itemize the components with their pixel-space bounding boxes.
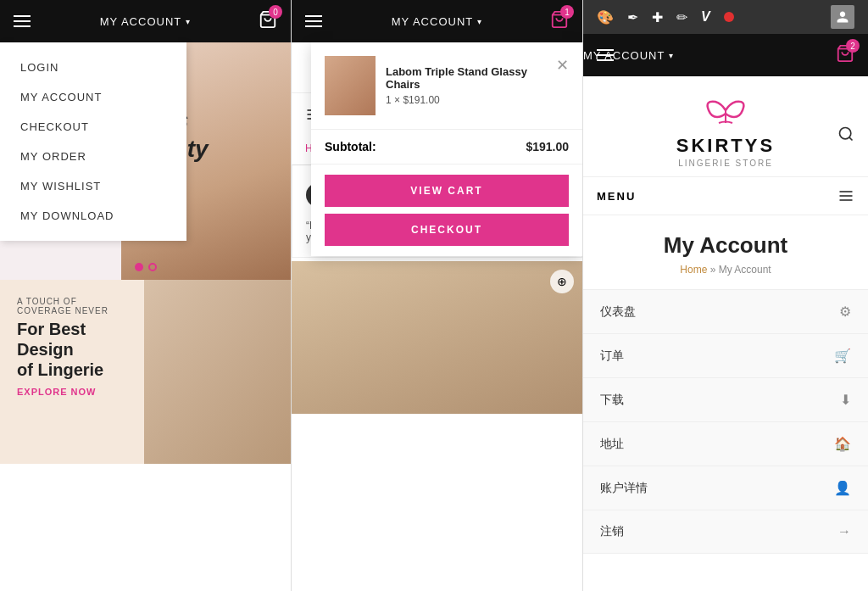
panel-left: MY ACCOUNT ▾ 0 LOGIN MY ACCOUNT CHECKOUT…	[0, 0, 292, 591]
cart-item-row: Labom Triple Stand Glassy Chairs 1 × $19…	[311, 42, 582, 130]
left-bottom-section: A TOUCH OF COVERAGE NEVER For Best Desig…	[0, 280, 291, 464]
dashboard-icon: ⚙	[839, 304, 851, 320]
svg-point-7	[840, 128, 851, 139]
cart-close-button[interactable]: ✕	[556, 56, 569, 75]
account-item-label-1: 订单	[600, 348, 624, 364]
mid-account-label[interactable]: MY ACCOUNT ▾	[392, 15, 482, 28]
dropdown-checkout[interactable]: CHECKOUT	[0, 112, 186, 142]
bra-logo-icon	[700, 93, 751, 135]
account-menu-item-logout[interactable]: 注销 →	[583, 510, 868, 554]
subtotal-label: Subtotal:	[325, 140, 376, 153]
carousel-dot-1[interactable]	[135, 263, 143, 271]
coverage-label: A TOUCH OF COVERAGE NEVER	[17, 297, 127, 315]
right-breadcrumb-home[interactable]: Home	[680, 264, 707, 276]
palette-icon[interactable]: 🎨	[597, 9, 614, 25]
panel-right: 🎨 ✒ ✚ ✏ V MY ACCOUNT ▾ 2	[583, 0, 868, 591]
right-cart-icon[interactable]: 2	[836, 44, 854, 66]
mid-model-image	[292, 261, 582, 414]
account-menu: 仪表盘 ⚙ 订单 🛒 下载 ⬇ 地址 🏠 账户详情 👤 注销 →	[583, 289, 868, 554]
dropdown-my-order[interactable]: MY ORDER	[0, 142, 186, 171]
account-item-label-3: 地址	[600, 437, 624, 452]
cart-item-details: Labom Triple Stand Glassy Chairs 1 × $19…	[386, 65, 546, 106]
editor-toolbar: 🎨 ✒ ✚ ✏ V	[583, 0, 868, 34]
cart-actions: VIEW CART CHECKOUT	[311, 164, 582, 256]
account-menu-item-details[interactable]: 账户详情 👤	[583, 466, 868, 510]
cart-subtotal: Subtotal: $191.00	[311, 130, 582, 164]
right-header: MY ACCOUNT ▾ 2	[583, 34, 868, 76]
right-search-icon-wrap[interactable]	[837, 125, 854, 146]
dropdown-my-account[interactable]: MY ACCOUNT	[0, 82, 186, 112]
letter-v-icon[interactable]: V	[701, 9, 710, 25]
right-menu-icon[interactable]	[837, 187, 854, 204]
dropdown-my-download[interactable]: MY DOWNLOAD	[0, 201, 186, 231]
right-breadcrumb: Home » My Account	[583, 264, 868, 276]
left-dropdown-menu: LOGIN MY ACCOUNT CHECKOUT MY ORDER MY WI…	[0, 42, 186, 241]
left-header: MY ACCOUNT ▾ 0	[0, 0, 291, 42]
account-menu-item-address[interactable]: 地址 🏠	[583, 422, 868, 466]
cart-item-name: Labom Triple Stand Glassy Chairs	[386, 65, 546, 91]
checkout-button[interactable]: CHECKOUT	[325, 214, 569, 246]
person-icon[interactable]	[831, 5, 854, 29]
right-menu-label: MENU	[597, 190, 636, 203]
mid-cart-icon[interactable]: 1	[550, 10, 569, 32]
account-item-label-0: 仪表盘	[600, 304, 636, 320]
address-icon: 🏠	[834, 436, 851, 452]
mid-cart-dropdown: Labom Triple Stand Glassy Chairs 1 × $19…	[311, 42, 582, 256]
account-menu-item-downloads[interactable]: 下载 ⬇	[583, 378, 868, 422]
view-cart-button[interactable]: VIEW CART	[325, 175, 569, 207]
dropdown-my-wishlist[interactable]: MY WISHLIST	[0, 171, 186, 201]
dropdown-login[interactable]: LOGIN	[0, 53, 186, 82]
orders-icon: 🛒	[834, 348, 851, 364]
right-cart-count: 2	[846, 39, 860, 53]
account-item-label-2: 下载	[600, 393, 624, 408]
right-hamburger-menu[interactable]	[597, 49, 614, 61]
account-menu-item-orders[interactable]: 订单 🛒	[583, 334, 868, 378]
right-menu-bar: MENU	[583, 177, 868, 215]
design-title: For Best Design of Lingerie	[17, 319, 127, 380]
plus-icon[interactable]: ✚	[652, 9, 663, 25]
bottom-right-card	[144, 280, 291, 464]
account-menu-item-dashboard[interactable]: 仪表盘 ⚙	[583, 290, 868, 334]
account-item-label-5: 注销	[600, 524, 624, 539]
mid-header: MY ACCOUNT ▾ 1	[292, 0, 582, 42]
cart-item-qty-price: 1 × $191.00	[386, 94, 546, 106]
my-account-page-title: My Account	[583, 215, 868, 264]
subtotal-value: $191.00	[526, 140, 569, 153]
mid-hamburger-menu[interactable]	[305, 15, 322, 27]
logo-subtitle: LINGERIE STORE	[678, 159, 773, 168]
left-hamburger-menu[interactable]	[14, 15, 31, 27]
bottom-left-card: A TOUCH OF COVERAGE NEVER For Best Desig…	[0, 280, 144, 464]
cart-item-thumbnail	[325, 56, 376, 115]
account-item-label-4: 账户详情	[600, 481, 648, 496]
left-cart-icon[interactable]: 0	[259, 10, 277, 32]
downloads-icon: ⬇	[840, 392, 851, 408]
red-dot-icon[interactable]	[724, 12, 734, 22]
details-icon: 👤	[834, 480, 851, 496]
zoom-icon[interactable]: ⊕	[550, 270, 574, 293]
right-logo-section: SKIRTYS LINGERIE STORE	[583, 76, 868, 177]
logout-icon: →	[837, 524, 851, 539]
explore-now-link[interactable]: EXPLORE NOW	[17, 387, 127, 397]
left-cart-count: 0	[269, 5, 282, 19]
mid-bottom-image: ⊕	[292, 261, 582, 414]
mid-cart-count: 1	[560, 5, 574, 19]
left-account-label[interactable]: MY ACCOUNT ▾	[100, 15, 191, 28]
right-breadcrumb-current: My Account	[719, 264, 771, 276]
logo-name: SKIRTYS	[676, 135, 775, 157]
pen-icon[interactable]: ✒	[627, 9, 638, 25]
carousel-dot-2[interactable]	[148, 263, 157, 271]
panel-mid: MY ACCOUNT ▾ 1 MENU Home »	[292, 0, 583, 591]
pencil-icon[interactable]: ✏	[676, 9, 687, 25]
